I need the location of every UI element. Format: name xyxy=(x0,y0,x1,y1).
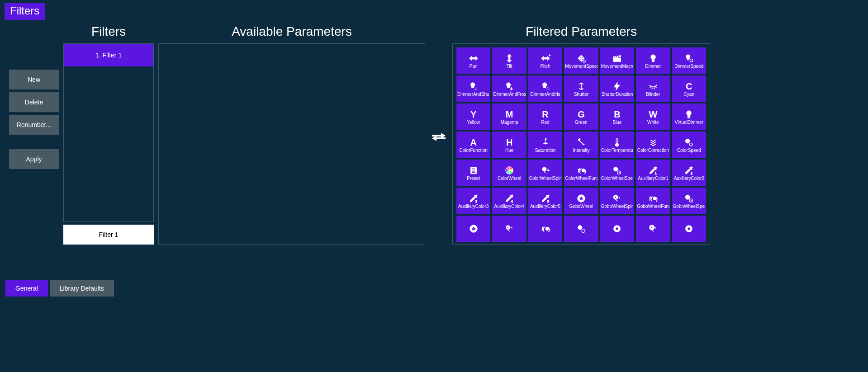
svg-point-1 xyxy=(583,60,586,62)
parameter-tile-auxiliarycolor3[interactable]: 3AuxiliaryColor3 xyxy=(456,188,490,214)
parameter-tile-preset[interactable]: Preset xyxy=(456,160,490,186)
parameter-tile-gobowheelspeed[interactable]: GoboWheelSpeed xyxy=(672,188,706,214)
parameter-tile-colortemperature[interactable]: ColorTemperature xyxy=(600,132,634,158)
parameter-tile-yellow[interactable]: YYellow xyxy=(456,104,490,130)
parameter-label: ColorWheelSpin xyxy=(529,176,561,181)
new-button[interactable]: New xyxy=(9,70,59,89)
parameter-label: Dimmer xyxy=(637,64,669,69)
parameter-label: ColorTemperature xyxy=(601,148,633,153)
parameter-tile-pan[interactable]: Pan xyxy=(456,47,490,74)
parameter-tile-auxiliarycolor1[interactable]: 1AuxiliaryColor1 xyxy=(636,160,670,186)
gobo-spin2-icon xyxy=(504,223,514,235)
parameter-tile-gobo-star[interactable] xyxy=(456,216,490,242)
bulb-frost-icon xyxy=(504,80,514,92)
letter-icon: B xyxy=(614,108,620,120)
wheel-spin-icon xyxy=(541,165,550,176)
parameter-tile-ring-spin[interactable] xyxy=(636,216,670,242)
parameter-tile-colorcorrection[interactable]: ColorCorrection xyxy=(636,132,670,158)
arrow-v-icon xyxy=(504,52,514,64)
svg-text:3: 3 xyxy=(475,199,477,203)
parameter-tile-shutter[interactable]: Shutter xyxy=(564,75,598,102)
available-parameters-box[interactable] xyxy=(158,43,425,245)
parameter-tile-blue[interactable]: BBlue xyxy=(600,104,634,130)
dropper-icon: 5 xyxy=(541,193,550,204)
parameter-tile-auxiliarycolor5[interactable]: 5AuxiliaryColor5 xyxy=(528,188,562,214)
parameter-label: AuxiliaryColor2 xyxy=(673,176,705,181)
filtered-heading: Filtered Parameters xyxy=(452,24,710,39)
parameter-tile-dimmerandiris[interactable]: DimmerAndIris xyxy=(528,75,562,102)
clapper-icon xyxy=(612,52,622,64)
tab-general[interactable]: General xyxy=(5,280,48,297)
parameter-tile-saturation[interactable]: +Saturation xyxy=(528,132,562,158)
parameter-tile-colorwheelspeed[interactable]: ColorWheelSpeed xyxy=(600,160,634,186)
parameter-tile-dimmerandfrost[interactable]: DimmerAndFrost xyxy=(492,75,526,102)
parameter-tile-white[interactable]: WWhite xyxy=(636,104,670,130)
parameter-tile-shutterduration[interactable]: ShutterDuration xyxy=(600,75,634,102)
parameter-label: Cyan xyxy=(673,92,705,97)
parameter-tile-green[interactable]: GGreen xyxy=(564,104,598,130)
svg-point-2 xyxy=(690,59,693,61)
parameter-label: AuxiliaryColor5 xyxy=(529,204,561,209)
parameter-tile-colorspeed[interactable]: ColorSpeed xyxy=(672,132,706,158)
parameter-tile-colorwheelfunction[interactable]: f()ColorWheelFunction xyxy=(564,160,598,186)
parameter-tile-colorwheel[interactable]: ColorWheel xyxy=(492,160,526,186)
parameter-tile-auxiliarycolor4[interactable]: 4AuxiliaryColor4 xyxy=(492,188,526,214)
parameter-tile-movementspeed[interactable]: MovementSpeed xyxy=(564,47,598,74)
parameter-tile-ring[interactable] xyxy=(600,216,634,242)
thermo-icon xyxy=(612,137,622,148)
apply-button[interactable]: Apply xyxy=(9,149,59,169)
parameter-tile-cyan[interactable]: CCyan xyxy=(672,75,706,102)
parameter-tile-magenta[interactable]: MMagenta xyxy=(492,104,526,130)
delete-button[interactable]: Delete xyxy=(9,92,59,112)
swap-icon[interactable] xyxy=(432,131,446,144)
filter-list-item[interactable]: 1. Filter 1 xyxy=(64,44,153,66)
parameter-label: Tilt xyxy=(493,64,525,69)
renumber-button[interactable]: Renumber... xyxy=(9,115,59,135)
filter-name-input[interactable] xyxy=(63,225,154,245)
slider-v-icon: +− xyxy=(576,137,586,148)
parameter-tile-hue[interactable]: HHue xyxy=(492,132,526,158)
parameter-label: Pan xyxy=(457,64,489,69)
bulb-icon xyxy=(648,52,658,64)
parameter-tile-gobo-speed2[interactable] xyxy=(564,216,598,242)
letter-icon: Y xyxy=(470,108,476,120)
parameter-label: Hue xyxy=(493,148,525,153)
parameter-tile-colorfunction[interactable]: AColorFunction xyxy=(456,132,490,158)
parameter-tile-colorwheelspin[interactable]: ColorWheelSpin xyxy=(528,160,562,186)
gobo-speed2-icon xyxy=(576,223,586,235)
parameter-tile-dimmer[interactable]: Dimmer xyxy=(636,47,670,74)
header: Filters xyxy=(0,0,868,20)
parameter-tile-gobowheelfunction[interactable]: f()GoboWheelFunction xyxy=(636,188,670,214)
parameter-tile-virtualdimmer[interactable]: VirtualDimmer xyxy=(672,104,706,130)
parameter-tile-tilt[interactable]: Tilt xyxy=(492,47,526,74)
parameter-tile-ring2[interactable] xyxy=(672,216,706,242)
available-heading: Available Parameters xyxy=(158,24,425,39)
parameter-tile-auxiliarycolor2[interactable]: 2AuxiliaryColor2 xyxy=(672,160,706,186)
parameter-tile-gobowheelspin[interactable]: GoboWheelSpin xyxy=(600,188,634,214)
parameter-tile-dimmerspeed[interactable]: DimmerSpeed xyxy=(672,47,706,74)
svg-text:−: − xyxy=(583,143,585,147)
parameter-tile-gobo-fn2[interactable]: f() xyxy=(528,216,562,242)
parameter-tile-gobo-spin2[interactable] xyxy=(492,216,526,242)
svg-point-47 xyxy=(688,227,690,230)
ring-spin-icon xyxy=(648,223,658,235)
parameter-tile-intensity[interactable]: +−Intensity xyxy=(564,132,598,158)
tab-library-defaults[interactable]: Library Defaults xyxy=(50,280,114,297)
parameter-tile-dimmerandshutter[interactable]: DimmerAndShutter xyxy=(456,75,490,102)
parameter-tile-blinder[interactable]: Blinder xyxy=(636,75,670,102)
parameter-label: Pitch xyxy=(529,64,561,69)
bolt-icon xyxy=(612,80,622,92)
gobo-icon xyxy=(576,193,586,204)
svg-text:+: + xyxy=(549,53,550,57)
bulb-rgb-icon xyxy=(684,108,694,120)
parameter-label: Blue xyxy=(601,120,633,125)
shutter-icon xyxy=(576,80,586,92)
parameter-tile-red[interactable]: RRed xyxy=(528,104,562,130)
parameter-tile-pitch[interactable]: +Pitch xyxy=(528,47,562,74)
dropper-icon: 1 xyxy=(648,165,658,176)
parameter-tile-movementmacro[interactable]: MovementMacro xyxy=(600,47,634,74)
svg-point-12 xyxy=(616,143,619,146)
svg-point-33 xyxy=(685,195,690,199)
parameter-tile-gobowheel[interactable]: GoboWheel xyxy=(564,188,598,214)
svg-text:1: 1 xyxy=(655,171,657,175)
